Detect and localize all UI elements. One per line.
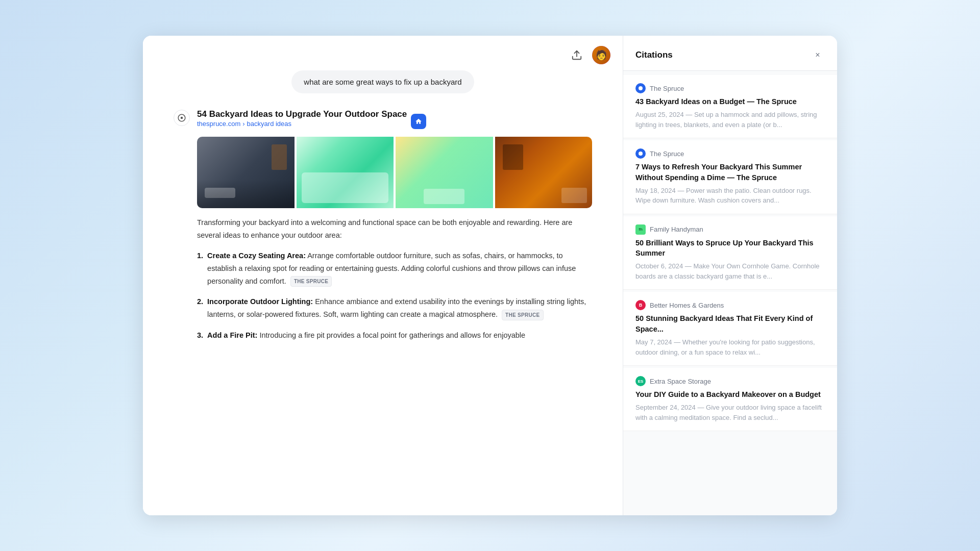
citation-item[interactable]: The Spruce 43 Backyard Ideas on a Budget… (623, 75, 837, 138)
home-icon-button[interactable] (411, 114, 426, 129)
citation-source-row: ES Extra Space Storage (635, 376, 825, 386)
list-num-3: 3. (197, 329, 203, 342)
top-bar: 🧑 (143, 36, 623, 70)
svg-point-1 (181, 117, 183, 119)
list-item: 2. Incorporate Outdoor Lighting: Enhance… (197, 295, 592, 320)
source-url[interactable]: thespruce.com › backyard ideas (197, 120, 407, 128)
svg-point-3 (639, 152, 643, 156)
source-url-separator: › (242, 120, 244, 128)
source-icon-bhg: B (635, 300, 646, 310)
list-item-3-content: Introducing a fire pit provides a focal … (259, 331, 525, 339)
citation-source-row: B Better Homes & Gardens (635, 300, 825, 310)
svg-point-2 (639, 86, 643, 90)
backyard-image-4 (495, 137, 593, 208)
citation-headline-2: 7 Ways to Refresh Your Backyard This Sum… (635, 162, 825, 183)
list-item-1-text: Create a Cozy Seating Area: Arrange comf… (207, 249, 592, 287)
numbered-list: 1. Create a Cozy Seating Area: Arrange c… (197, 249, 592, 341)
citation-snippet-1: August 25, 2024 — Set up a hammock and a… (635, 110, 825, 130)
citation-snippet-5: September 24, 2024 — Give your outdoor l… (635, 403, 825, 422)
citations-panel: Citations × The Spruce 43 Backyard Ideas… (623, 36, 837, 515)
citation-headline-5: Your DIY Guide to a Backyard Makeover on… (635, 389, 825, 399)
citation-headline-3: 50 Brilliant Ways to Spruce Up Your Back… (635, 238, 825, 259)
list-item-2-text: Incorporate Outdoor Lighting: Enhance am… (207, 295, 592, 320)
citation-snippet-2: May 18, 2024 — Power wash the patio. Cle… (635, 186, 825, 206)
close-citations-button[interactable]: × (811, 48, 825, 62)
citation-snippet-3: October 6, 2024 — Make Your Own Cornhole… (635, 261, 825, 281)
user-message-bubble: what are some great ways to fix up a bac… (291, 70, 474, 93)
citation-source-row: The Spruce (635, 148, 825, 159)
response-content: 54 Backyard Ideas to Upgrade Your Outdoo… (197, 109, 592, 341)
upload-button[interactable] (568, 46, 586, 64)
citation-source-name-3: Family Handyman (650, 226, 703, 233)
citation-item[interactable]: B Better Homes & Gardens 50 Stunning Bac… (623, 292, 837, 366)
backyard-image-2 (297, 137, 394, 208)
citation-source-name-4: Better Homes & Gardens (650, 302, 724, 309)
left-panel: 🧑 what are some great ways to fix up a b… (143, 36, 623, 515)
chat-area: what are some great ways to fix up a bac… (143, 70, 623, 341)
list-item-3-text: Add a Fire Pit: Introducing a fire pit p… (207, 329, 525, 342)
source-icon-ess: ES (635, 376, 646, 386)
citation-source-name-2: The Spruce (650, 150, 684, 158)
backyard-image-1 (197, 137, 295, 208)
citation-headline-1: 43 Backyard Ideas on a Budget — The Spru… (635, 96, 825, 107)
citation-item[interactable]: The Spruce 7 Ways to Refresh Your Backya… (623, 140, 837, 214)
source-header: 54 Backyard Ideas to Upgrade Your Outdoo… (197, 109, 592, 134)
citations-title: Citations (635, 50, 673, 60)
list-item-1-bold: Create a Cozy Seating Area: (207, 252, 306, 260)
list-item: 1. Create a Cozy Seating Area: Arrange c… (197, 249, 592, 287)
citation-source-row: fh Family Handyman (635, 224, 825, 235)
source-icon-spruce-2 (635, 148, 646, 159)
citation-source-name-5: Extra Space Storage (650, 378, 711, 385)
source-title: 54 Backyard Ideas to Upgrade Your Outdoo… (197, 109, 407, 120)
citation-headline-4: 50 Stunning Backyard Ideas That Fit Ever… (635, 313, 825, 334)
avatar-image: 🧑 (592, 46, 610, 64)
list-num-1: 1. (197, 249, 203, 287)
image-grid (197, 137, 592, 208)
citations-list: The Spruce 43 Backyard Ideas on a Budget… (623, 71, 837, 515)
main-container: 🧑 what are some great ways to fix up a b… (143, 36, 837, 515)
citation-source-row: The Spruce (635, 83, 825, 93)
avatar[interactable]: 🧑 (592, 46, 610, 64)
citations-header: Citations × (623, 36, 837, 71)
list-item-2-bold: Incorporate Outdoor Lighting: (207, 297, 313, 306)
list-item-3-bold: Add a Fire Pit: (207, 331, 257, 339)
source-icon-fh: fh (635, 224, 646, 235)
source-url-path: backyard ideas (247, 120, 291, 128)
list-item: 3. Add a Fire Pit: Introducing a fire pi… (197, 329, 592, 342)
list-num-2: 2. (197, 295, 203, 320)
backyard-image-3 (396, 137, 493, 208)
response-block: 54 Backyard Ideas to Upgrade Your Outdoo… (174, 109, 592, 341)
chatgpt-icon (174, 110, 190, 126)
user-message-text: what are some great ways to fix up a bac… (304, 78, 461, 86)
citation-source-name-1: The Spruce (650, 85, 684, 92)
citation-item[interactable]: ES Extra Space Storage Your DIY Guide to… (623, 368, 837, 431)
citation-badge-2[interactable]: THE SPRUCE (502, 310, 543, 320)
source-icon-spruce-1 (635, 83, 646, 93)
source-url-text: thespruce.com (197, 120, 240, 128)
response-body-text: Transforming your backyard into a welcom… (197, 216, 592, 241)
citation-badge-1[interactable]: THE SPRUCE (290, 276, 332, 287)
citation-snippet-4: May 7, 2024 — Whether you're looking for… (635, 337, 825, 357)
citation-item[interactable]: fh Family Handyman 50 Brilliant Ways to … (623, 216, 837, 290)
